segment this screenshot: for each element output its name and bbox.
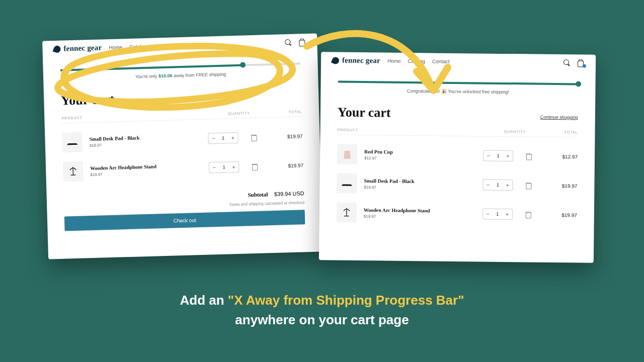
cart-preview-left: fennec gear Home Catalog Contact You're … (42, 33, 323, 259)
hdr-product: Product (338, 128, 482, 133)
progress-message: You're only $10.06 away from FREE shippi… (60, 69, 301, 81)
search-icon[interactable] (285, 39, 292, 46)
product-name: Small Desk Pad - Black (364, 178, 475, 185)
qty-minus-button[interactable]: − (484, 153, 493, 159)
cart-title: Your cart (61, 92, 114, 109)
subtotal-label: Subtotal (248, 191, 268, 198)
product-thumb-icon (337, 173, 357, 193)
trash-icon[interactable] (250, 134, 257, 141)
qty-plus-button[interactable]: + (502, 211, 512, 217)
product-price: $19.97 (364, 185, 475, 191)
brand-name: fennec gear (63, 43, 102, 53)
nav-contact[interactable]: Contact (432, 58, 450, 64)
qty-value: 1 (218, 135, 228, 141)
cart-row: Wooden Arc Headphone Stand$19.97 −1+ $19… (63, 155, 304, 182)
qty-value: 1 (493, 183, 503, 188)
bag-icon[interactable] (299, 39, 306, 46)
nav-contact[interactable]: Contact (153, 43, 171, 49)
nav-links: Home Catalog Contact (109, 43, 171, 50)
brand-logo-icon (331, 56, 340, 65)
cart-title: Your cart (338, 105, 391, 121)
continue-shopping-link[interactable]: Continue shopping (540, 115, 578, 120)
nav-home[interactable]: Home (109, 44, 122, 50)
checkout-button[interactable]: Check out (64, 210, 305, 231)
qty-minus-button[interactable]: − (208, 135, 218, 142)
product-price: $12.97 (364, 156, 476, 161)
progress-fill (338, 81, 579, 85)
hdr-product: Product (61, 113, 206, 120)
quantity-stepper[interactable]: −1+ (208, 132, 238, 144)
line-price: $19.97 (547, 212, 577, 218)
progress-knob-icon (240, 62, 246, 67)
quantity-stepper[interactable]: −1+ (209, 161, 239, 173)
cart-preview-right: fennec gear Home Catalog Contact Congrat… (319, 52, 596, 263)
qty-plus-button[interactable]: + (503, 153, 513, 159)
trash-icon[interactable] (525, 182, 532, 189)
progress-fill (60, 64, 243, 71)
line-price: $12.97 (547, 153, 578, 159)
tagline: Add an "X Away from Shipping Progress Ba… (0, 291, 644, 330)
trash-icon[interactable] (251, 163, 258, 170)
qty-minus-button[interactable]: − (209, 164, 219, 171)
cart-row: Small Desk Pad - Black$19.97 −1+ $19.97 (62, 126, 303, 152)
cart-row: Wooden Arc Headphone Stand$19.97 −1+ $19… (337, 202, 577, 225)
cart-header: Your cart Continue shopping (338, 105, 578, 123)
column-headers: Product Quantity Total (61, 110, 302, 120)
qty-value: 1 (219, 164, 229, 170)
hdr-total: Total (548, 130, 578, 134)
search-icon[interactable] (564, 59, 571, 66)
trash-icon[interactable] (525, 152, 532, 159)
product-thumb-icon (62, 132, 83, 153)
qty-plus-button[interactable]: + (229, 164, 239, 170)
nav-home[interactable]: Home (387, 58, 401, 64)
column-headers: Product Quantity Total (338, 128, 578, 134)
product-name: Red Pen Cup (364, 149, 476, 155)
product-price: $19.97 (90, 169, 202, 176)
hdr-total: Total (272, 110, 302, 114)
quantity-stepper[interactable]: −1+ (482, 179, 513, 191)
qty-plus-button[interactable]: + (228, 135, 238, 141)
tagline-post: anywhere on your cart page (235, 312, 409, 327)
nav-catalog[interactable]: Catalog (408, 58, 426, 64)
product-price: $19.97 (90, 140, 201, 147)
bag-badge-icon (583, 64, 586, 67)
hdr-quantity: Quantity (482, 130, 548, 134)
product-name: Wooden Arc Headphone Stand (364, 207, 475, 214)
qty-minus-button[interactable]: − (483, 211, 493, 217)
qty-plus-button[interactable]: + (503, 182, 512, 188)
tagline-pre: Add an (180, 293, 228, 308)
cart-header: Your cart (61, 86, 302, 108)
quantity-stepper[interactable]: −1+ (482, 209, 513, 220)
product-price: $19.97 (364, 214, 475, 220)
nav-links: Home Catalog Contact (387, 58, 450, 64)
shipping-progress: You're only $10.06 away from FREE shippi… (60, 62, 301, 81)
qty-value: 1 (493, 153, 503, 158)
topbar: fennec gear Home Catalog Contact (321, 52, 596, 69)
product-thumb-icon (337, 202, 357, 222)
line-price: $19.97 (272, 133, 302, 140)
nav-catalog[interactable]: Catalog (129, 44, 147, 50)
product-thumb-icon (63, 161, 84, 182)
divider (337, 134, 578, 137)
brand[interactable]: fennec gear (53, 43, 102, 53)
subtotal-value: $39.94 USD (274, 190, 304, 197)
qty-value: 1 (493, 212, 502, 217)
bag-icon[interactable] (578, 59, 585, 66)
cart-row: Red Pen Cup$12.97 −1+ $12.97 (337, 144, 578, 166)
progress-message: Congratulations! 🎉 You've unlocked free … (338, 88, 578, 96)
line-price: $19.97 (547, 183, 577, 189)
topbar: fennec gear Home Catalog Contact (42, 33, 317, 55)
brand-name: fennec gear (342, 56, 380, 65)
line-price: $19.97 (273, 162, 303, 169)
product-thumb-icon (337, 144, 357, 164)
qty-minus-button[interactable]: − (483, 182, 493, 188)
brand[interactable]: fennec gear (332, 56, 380, 65)
cart-row: Small Desk Pad - Black$19.97 −1+ $19.97 (337, 173, 577, 196)
trash-icon[interactable] (525, 211, 532, 218)
tagline-highlight: "X Away from Shipping Progress Bar" (228, 293, 464, 308)
brand-logo-icon (53, 45, 62, 54)
quantity-stepper[interactable]: −1+ (483, 150, 513, 162)
shipping-progress: Congratulations! 🎉 You've unlocked free … (338, 81, 578, 96)
bag-badge-icon (304, 43, 307, 46)
hdr-quantity: Quantity (206, 111, 272, 116)
